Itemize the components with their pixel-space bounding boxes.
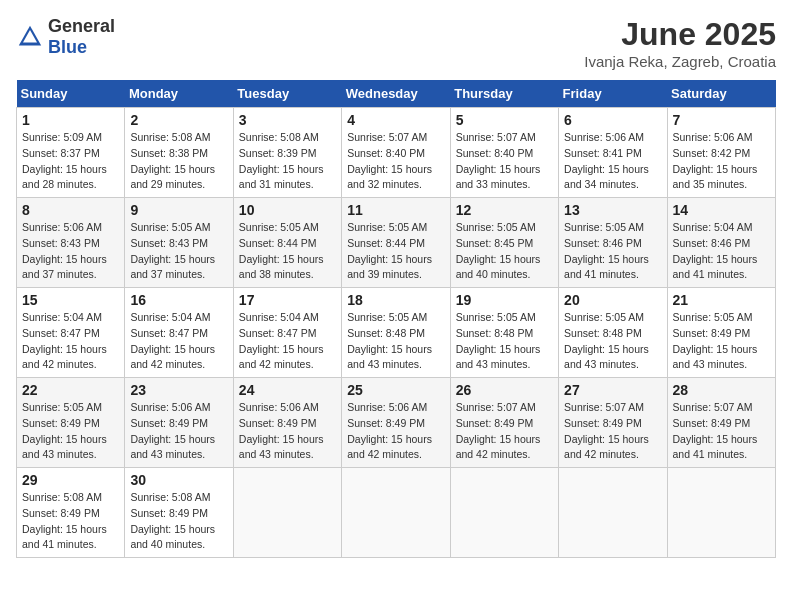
calendar-cell: 7 Sunrise: 5:06 AM Sunset: 8:42 PM Dayli…	[667, 108, 775, 198]
day-info: Sunrise: 5:07 AM Sunset: 8:49 PM Dayligh…	[673, 400, 770, 463]
weekday-header-monday: Monday	[125, 80, 233, 108]
day-info: Sunrise: 5:05 AM Sunset: 8:48 PM Dayligh…	[564, 310, 661, 373]
title-area: June 2025 Ivanja Reka, Zagreb, Croatia	[584, 16, 776, 70]
weekday-header-sunday: Sunday	[17, 80, 125, 108]
calendar-cell: 5 Sunrise: 5:07 AM Sunset: 8:40 PM Dayli…	[450, 108, 558, 198]
day-number: 23	[130, 382, 227, 398]
day-number: 25	[347, 382, 444, 398]
calendar-week-row: 22 Sunrise: 5:05 AM Sunset: 8:49 PM Dayl…	[17, 378, 776, 468]
calendar-cell	[559, 468, 667, 558]
day-number: 2	[130, 112, 227, 128]
day-info: Sunrise: 5:07 AM Sunset: 8:49 PM Dayligh…	[456, 400, 553, 463]
day-info: Sunrise: 5:07 AM Sunset: 8:40 PM Dayligh…	[347, 130, 444, 193]
calendar-cell: 16 Sunrise: 5:04 AM Sunset: 8:47 PM Dayl…	[125, 288, 233, 378]
calendar-week-row: 29 Sunrise: 5:08 AM Sunset: 8:49 PM Dayl…	[17, 468, 776, 558]
day-number: 24	[239, 382, 336, 398]
calendar-cell: 4 Sunrise: 5:07 AM Sunset: 8:40 PM Dayli…	[342, 108, 450, 198]
day-number: 22	[22, 382, 119, 398]
weekday-header-wednesday: Wednesday	[342, 80, 450, 108]
weekday-header-thursday: Thursday	[450, 80, 558, 108]
logo: General Blue	[16, 16, 115, 58]
day-number: 10	[239, 202, 336, 218]
day-number: 15	[22, 292, 119, 308]
calendar-week-row: 1 Sunrise: 5:09 AM Sunset: 8:37 PM Dayli…	[17, 108, 776, 198]
day-info: Sunrise: 5:05 AM Sunset: 8:49 PM Dayligh…	[673, 310, 770, 373]
day-info: Sunrise: 5:06 AM Sunset: 8:49 PM Dayligh…	[239, 400, 336, 463]
day-number: 6	[564, 112, 661, 128]
calendar-cell: 30 Sunrise: 5:08 AM Sunset: 8:49 PM Dayl…	[125, 468, 233, 558]
calendar-cell: 14 Sunrise: 5:04 AM Sunset: 8:46 PM Dayl…	[667, 198, 775, 288]
calendar-cell: 19 Sunrise: 5:05 AM Sunset: 8:48 PM Dayl…	[450, 288, 558, 378]
calendar-cell: 17 Sunrise: 5:04 AM Sunset: 8:47 PM Dayl…	[233, 288, 341, 378]
weekday-header-row: SundayMondayTuesdayWednesdayThursdayFrid…	[17, 80, 776, 108]
day-info: Sunrise: 5:04 AM Sunset: 8:47 PM Dayligh…	[130, 310, 227, 373]
calendar-cell: 29 Sunrise: 5:08 AM Sunset: 8:49 PM Dayl…	[17, 468, 125, 558]
calendar-cell: 18 Sunrise: 5:05 AM Sunset: 8:48 PM Dayl…	[342, 288, 450, 378]
day-number: 8	[22, 202, 119, 218]
day-number: 21	[673, 292, 770, 308]
logo-text-general: General	[48, 16, 115, 36]
calendar-cell: 21 Sunrise: 5:05 AM Sunset: 8:49 PM Dayl…	[667, 288, 775, 378]
calendar-cell: 26 Sunrise: 5:07 AM Sunset: 8:49 PM Dayl…	[450, 378, 558, 468]
calendar-table: SundayMondayTuesdayWednesdayThursdayFrid…	[16, 80, 776, 558]
day-info: Sunrise: 5:05 AM Sunset: 8:48 PM Dayligh…	[456, 310, 553, 373]
day-number: 11	[347, 202, 444, 218]
day-number: 4	[347, 112, 444, 128]
day-info: Sunrise: 5:06 AM Sunset: 8:41 PM Dayligh…	[564, 130, 661, 193]
calendar-cell	[342, 468, 450, 558]
day-number: 12	[456, 202, 553, 218]
calendar-cell: 15 Sunrise: 5:04 AM Sunset: 8:47 PM Dayl…	[17, 288, 125, 378]
calendar-cell	[233, 468, 341, 558]
calendar-week-row: 8 Sunrise: 5:06 AM Sunset: 8:43 PM Dayli…	[17, 198, 776, 288]
day-info: Sunrise: 5:05 AM Sunset: 8:43 PM Dayligh…	[130, 220, 227, 283]
calendar-cell: 8 Sunrise: 5:06 AM Sunset: 8:43 PM Dayli…	[17, 198, 125, 288]
day-info: Sunrise: 5:05 AM Sunset: 8:44 PM Dayligh…	[239, 220, 336, 283]
calendar-cell: 24 Sunrise: 5:06 AM Sunset: 8:49 PM Dayl…	[233, 378, 341, 468]
day-number: 9	[130, 202, 227, 218]
day-number: 16	[130, 292, 227, 308]
calendar-cell: 23 Sunrise: 5:06 AM Sunset: 8:49 PM Dayl…	[125, 378, 233, 468]
calendar-cell	[450, 468, 558, 558]
calendar-cell: 10 Sunrise: 5:05 AM Sunset: 8:44 PM Dayl…	[233, 198, 341, 288]
day-info: Sunrise: 5:04 AM Sunset: 8:47 PM Dayligh…	[22, 310, 119, 373]
day-info: Sunrise: 5:09 AM Sunset: 8:37 PM Dayligh…	[22, 130, 119, 193]
day-info: Sunrise: 5:06 AM Sunset: 8:42 PM Dayligh…	[673, 130, 770, 193]
weekday-header-friday: Friday	[559, 80, 667, 108]
day-info: Sunrise: 5:06 AM Sunset: 8:43 PM Dayligh…	[22, 220, 119, 283]
day-info: Sunrise: 5:08 AM Sunset: 8:49 PM Dayligh…	[130, 490, 227, 553]
logo-icon	[16, 23, 44, 51]
weekday-header-tuesday: Tuesday	[233, 80, 341, 108]
calendar-week-row: 15 Sunrise: 5:04 AM Sunset: 8:47 PM Dayl…	[17, 288, 776, 378]
day-info: Sunrise: 5:07 AM Sunset: 8:49 PM Dayligh…	[564, 400, 661, 463]
day-info: Sunrise: 5:04 AM Sunset: 8:46 PM Dayligh…	[673, 220, 770, 283]
calendar-cell: 13 Sunrise: 5:05 AM Sunset: 8:46 PM Dayl…	[559, 198, 667, 288]
logo-text-blue: Blue	[48, 37, 87, 57]
page-header: General Blue June 2025 Ivanja Reka, Zagr…	[16, 16, 776, 70]
day-info: Sunrise: 5:05 AM Sunset: 8:49 PM Dayligh…	[22, 400, 119, 463]
calendar-cell: 20 Sunrise: 5:05 AM Sunset: 8:48 PM Dayl…	[559, 288, 667, 378]
day-info: Sunrise: 5:06 AM Sunset: 8:49 PM Dayligh…	[130, 400, 227, 463]
day-number: 19	[456, 292, 553, 308]
calendar-cell: 27 Sunrise: 5:07 AM Sunset: 8:49 PM Dayl…	[559, 378, 667, 468]
day-info: Sunrise: 5:05 AM Sunset: 8:44 PM Dayligh…	[347, 220, 444, 283]
day-info: Sunrise: 5:06 AM Sunset: 8:49 PM Dayligh…	[347, 400, 444, 463]
calendar-cell: 6 Sunrise: 5:06 AM Sunset: 8:41 PM Dayli…	[559, 108, 667, 198]
day-number: 30	[130, 472, 227, 488]
day-info: Sunrise: 5:04 AM Sunset: 8:47 PM Dayligh…	[239, 310, 336, 373]
weekday-header-saturday: Saturday	[667, 80, 775, 108]
day-number: 13	[564, 202, 661, 218]
day-info: Sunrise: 5:08 AM Sunset: 8:49 PM Dayligh…	[22, 490, 119, 553]
day-number: 29	[22, 472, 119, 488]
day-number: 1	[22, 112, 119, 128]
day-number: 28	[673, 382, 770, 398]
day-number: 14	[673, 202, 770, 218]
calendar-cell: 22 Sunrise: 5:05 AM Sunset: 8:49 PM Dayl…	[17, 378, 125, 468]
day-info: Sunrise: 5:07 AM Sunset: 8:40 PM Dayligh…	[456, 130, 553, 193]
day-info: Sunrise: 5:05 AM Sunset: 8:46 PM Dayligh…	[564, 220, 661, 283]
day-number: 7	[673, 112, 770, 128]
day-info: Sunrise: 5:08 AM Sunset: 8:38 PM Dayligh…	[130, 130, 227, 193]
day-info: Sunrise: 5:05 AM Sunset: 8:45 PM Dayligh…	[456, 220, 553, 283]
day-number: 5	[456, 112, 553, 128]
calendar-cell: 3 Sunrise: 5:08 AM Sunset: 8:39 PM Dayli…	[233, 108, 341, 198]
day-number: 18	[347, 292, 444, 308]
